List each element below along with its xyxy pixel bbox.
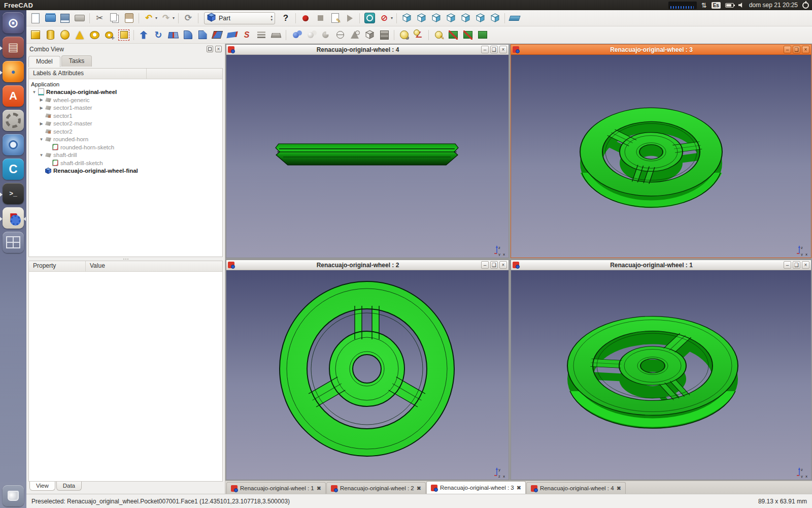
- close-button[interactable]: ×: [499, 261, 507, 269]
- toggle-delta-measurements-button[interactable]: [461, 28, 475, 42]
- primitive-box-button[interactable]: [28, 28, 43, 42]
- tree-expander-icon[interactable]: ▼: [38, 137, 45, 142]
- tree-expander-icon[interactable]: ▶: [38, 106, 45, 110]
- tree[interactable]: Application ▼Renacuajo-original-wheel▶wh…: [29, 79, 222, 257]
- viewport-3d-axonometric-2[interactable]: z y x: [511, 270, 811, 480]
- tree-item-sector2-master[interactable]: ▶sector2-master: [29, 120, 222, 128]
- restore-button[interactable]: ❑: [490, 46, 498, 53]
- viewport-3d-front[interactable]: z y x: [226, 55, 509, 258]
- whats-this-button[interactable]: ?: [279, 11, 293, 25]
- dock-float-button[interactable]: [207, 46, 213, 52]
- mdi-tab-4[interactable]: Renacuajo-original-wheel : 4✖: [526, 482, 626, 494]
- view-bottom-button[interactable]: [473, 11, 487, 25]
- ruled-surface-button[interactable]: [210, 28, 224, 42]
- volume-icon[interactable]: [738, 3, 745, 8]
- sweep-button[interactable]: S: [240, 28, 254, 42]
- tree-item-rounded-horn-sketch[interactable]: rounded-horn-sketch: [29, 143, 222, 151]
- battery-icon[interactable]: [725, 3, 734, 8]
- shape-builder-button[interactable]: [117, 28, 131, 42]
- macro-record-button[interactable]: [298, 11, 313, 25]
- boolean-cut-button[interactable]: [318, 28, 332, 42]
- measure-angular-button[interactable]: [412, 28, 426, 42]
- keyboard-layout-indicator[interactable]: Es: [712, 2, 721, 9]
- macro-edit-button[interactable]: [328, 11, 342, 25]
- viewport-3d-top[interactable]: y z x: [226, 270, 509, 480]
- launcher-freecad[interactable]: [2, 207, 25, 231]
- launcher-software-center[interactable]: [2, 85, 25, 109]
- view-top-button[interactable]: [429, 11, 443, 25]
- minimize-button[interactable]: –: [481, 261, 489, 269]
- make-face-button[interactable]: [225, 28, 239, 42]
- undo-button[interactable]: ↶▾: [142, 11, 158, 25]
- print-button[interactable]: [73, 11, 87, 25]
- tree-item-sector2[interactable]: sector2: [29, 128, 222, 136]
- mdi-tab-2[interactable]: Renacuajo-original-wheel : 2✖: [326, 482, 426, 494]
- restore-button[interactable]: ❑: [490, 261, 498, 269]
- tab-tasks[interactable]: Tasks: [61, 55, 92, 67]
- primitive-cone-button[interactable]: [73, 28, 87, 42]
- view-right-button[interactable]: [444, 11, 458, 25]
- mirror-button[interactable]: [166, 28, 180, 42]
- launcher-terminal[interactable]: [2, 183, 25, 206]
- cut-button[interactable]: ✂: [92, 11, 107, 25]
- primitive-cylinder-button[interactable]: [43, 28, 57, 42]
- tree-expander-icon[interactable]: ▼: [38, 153, 45, 157]
- refine-shape-button[interactable]: [377, 28, 391, 42]
- close-button[interactable]: ×: [802, 261, 809, 269]
- tree-item-wheel-generic[interactable]: ▶wheel-generic: [29, 96, 222, 104]
- tree-item-shaft-drill[interactable]: ▼shaft-drill: [29, 151, 222, 160]
- tree-item-renacuajo-original-wheel-final[interactable]: Renacuajo-original-wheel-final: [29, 167, 222, 175]
- close-button[interactable]: ×: [499, 46, 507, 53]
- clear-measurements-button[interactable]: [476, 28, 490, 42]
- copy-button[interactable]: [107, 11, 121, 25]
- revolve-button[interactable]: ↻: [151, 28, 165, 42]
- launcher-trash[interactable]: [2, 484, 25, 507]
- measure-linear-button[interactable]: [397, 28, 411, 42]
- tree-root-row[interactable]: Application: [29, 80, 222, 88]
- tree-item-sector1-master[interactable]: ▶sector1-master: [29, 104, 222, 112]
- launcher-workspace-switcher[interactable]: [2, 232, 25, 255]
- macro-play-button[interactable]: [343, 11, 357, 25]
- view-left-button[interactable]: [488, 11, 502, 25]
- clock[interactable]: dom sep 21 20:25: [749, 2, 798, 9]
- launcher-file-manager[interactable]: [2, 37, 25, 60]
- macro-stop-button[interactable]: [313, 11, 327, 25]
- launcher-firefox[interactable]: [2, 61, 25, 84]
- thickness-button[interactable]: [269, 28, 283, 42]
- tree-item-rounded-horn[interactable]: ▼rounded-horn: [29, 136, 222, 144]
- tab-close-icon[interactable]: ✖: [317, 485, 321, 492]
- tab-close-icon[interactable]: ✖: [417, 485, 421, 492]
- launcher-system-settings[interactable]: [2, 110, 25, 133]
- open-document-button[interactable]: [43, 11, 57, 25]
- convert-to-solid-button[interactable]: [362, 28, 377, 42]
- dock-close-button[interactable]: ×: [215, 46, 222, 52]
- new-document-button[interactable]: [28, 11, 43, 25]
- dropdown-arrow-icon[interactable]: ▾: [155, 16, 157, 20]
- close-button[interactable]: ×: [802, 46, 809, 53]
- measure-refresh-button[interactable]: [431, 28, 446, 42]
- shape-from-mesh-button[interactable]: [348, 28, 362, 42]
- subwindow-3-titlebar[interactable]: Renacuajo-original-wheel : 3 – ❑ ×: [511, 45, 811, 55]
- session-power-icon[interactable]: [802, 2, 809, 9]
- chamfer-button[interactable]: [195, 28, 210, 42]
- dropdown-arrow-icon[interactable]: ▾: [173, 16, 175, 20]
- tab-close-icon[interactable]: ✖: [517, 485, 521, 491]
- restore-button[interactable]: ❑: [793, 261, 800, 269]
- tree-expander-icon[interactable]: ▶: [38, 121, 45, 126]
- tab-close-icon[interactable]: ✖: [617, 485, 621, 492]
- extrude-button[interactable]: [137, 28, 151, 42]
- property-table-body[interactable]: [29, 272, 222, 481]
- cross-sections-button[interactable]: [333, 28, 347, 42]
- workbench-selector[interactable]: Part▴▾: [204, 12, 275, 24]
- spinner-icon[interactable]: ▴▾: [271, 15, 273, 21]
- measure-distance-button[interactable]: [507, 11, 522, 25]
- tree-expander-icon[interactable]: ▼: [31, 90, 38, 94]
- launcher-dash-home[interactable]: [2, 12, 25, 36]
- tree-item-renacuajo-original-wheel[interactable]: ▼Renacuajo-original-wheel: [29, 88, 222, 97]
- create-primitives-button[interactable]: [102, 28, 116, 42]
- primitive-sphere-button[interactable]: [58, 28, 72, 42]
- tab-data[interactable]: Data: [56, 482, 82, 491]
- toggle-all-measurements-button[interactable]: [446, 28, 460, 42]
- view-front-button[interactable]: [414, 11, 428, 25]
- dock-splitter[interactable]: [26, 257, 225, 261]
